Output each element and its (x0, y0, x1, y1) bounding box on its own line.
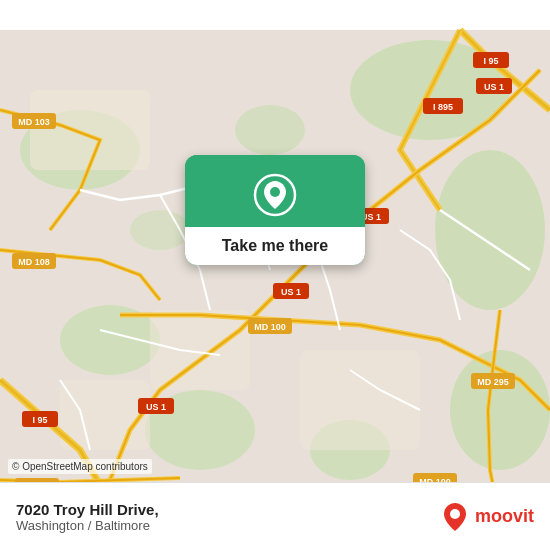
svg-point-42 (450, 509, 460, 519)
popup-label: Take me there (185, 227, 365, 265)
popup-card[interactable]: Take me there (185, 155, 365, 265)
svg-point-8 (235, 105, 305, 155)
moovit-icon (439, 501, 471, 533)
svg-rect-10 (30, 90, 150, 170)
moovit-text: moovit (475, 506, 534, 527)
svg-text:US 1: US 1 (146, 402, 166, 412)
popup-icon-area (185, 155, 365, 227)
address-text: 7020 Troy Hill Drive, (16, 501, 159, 518)
svg-point-41 (270, 187, 280, 197)
svg-text:MD 295: MD 295 (477, 377, 509, 387)
map-container: I 95 I 95 I 895 US 1 US 1 US 1 US 1 MD 1… (0, 0, 550, 550)
svg-text:I 95: I 95 (32, 415, 47, 425)
attribution-text: © OpenStreetMap contributors (8, 459, 152, 474)
svg-text:MD 100: MD 100 (254, 322, 286, 332)
svg-text:I 895: I 895 (433, 102, 453, 112)
map-pin-icon (253, 173, 297, 217)
svg-rect-11 (150, 310, 250, 390)
address-section: 7020 Troy Hill Drive, Washington / Balti… (16, 501, 159, 533)
svg-rect-12 (60, 380, 150, 450)
moovit-logo: moovit (439, 501, 534, 533)
svg-text:US 1: US 1 (484, 82, 504, 92)
svg-text:I 95: I 95 (483, 56, 498, 66)
svg-text:US 1: US 1 (281, 287, 301, 297)
svg-text:MD 103: MD 103 (18, 117, 50, 127)
city-text: Washington / Baltimore (16, 518, 159, 533)
bottom-bar: 7020 Troy Hill Drive, Washington / Balti… (0, 482, 550, 550)
svg-text:MD 108: MD 108 (18, 257, 50, 267)
